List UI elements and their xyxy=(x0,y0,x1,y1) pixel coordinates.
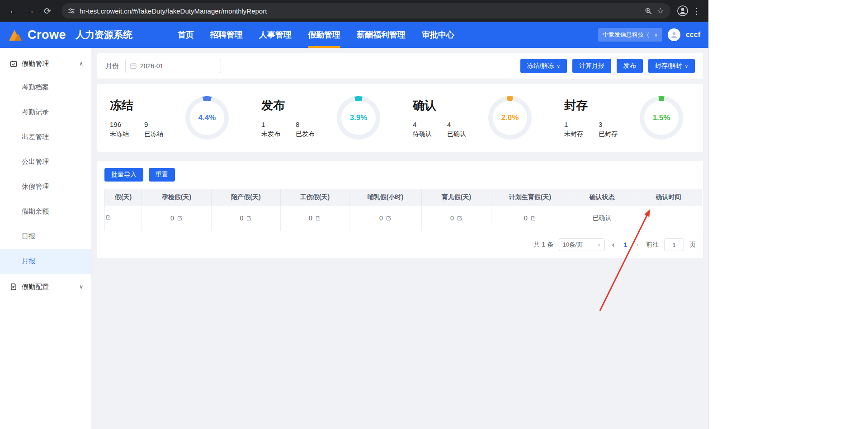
chevron-down-icon: ∨ xyxy=(79,284,83,290)
company-select[interactable]: 中竞发信息科技（ ∨ xyxy=(598,28,662,42)
header-right-controls: 中竞发信息科技（ ∨ cccf xyxy=(598,28,700,42)
browser-menu-icon[interactable]: ⋮ xyxy=(690,6,703,16)
report-table-panel: 批量导入 重置 假(天) 孕检假(天) 陪产假(天) 工伤假(天) xyxy=(97,161,703,258)
nav-item-personnel[interactable]: 人事管理 xyxy=(259,22,292,48)
address-bar[interactable]: hr-test.croweit.cn/#/fakeDuty/fakeDutyMa… xyxy=(61,3,670,19)
sidebar-item-public-outing[interactable]: 公出管理 xyxy=(0,149,91,174)
stat-value: 9 xyxy=(144,121,163,128)
col-parental-leave: 育儿假(天) xyxy=(422,189,491,205)
company-select-value: 中竞发信息科技（ xyxy=(603,31,650,39)
edit-icon[interactable] xyxy=(246,215,252,221)
page-size-value: 10条/页 xyxy=(563,241,583,249)
table-header-row: 假(天) 孕检假(天) 陪产假(天) 工伤假(天) 哺乳假(小时) 育儿假(天)… xyxy=(105,189,702,205)
user-avatar[interactable] xyxy=(668,28,680,41)
stat-frozen: 冻结 196未冻结 9已冻结 4.4% xyxy=(97,96,249,140)
app-body: 假勤管理 ∧ 考勤档案 考勤记录 出差管理 公出管理 休假管理 假期余额 日报 … xyxy=(0,48,708,429)
sidebar-item-business-trip[interactable]: 出差管理 xyxy=(0,125,91,149)
col-confirm-time: 确认时间 xyxy=(635,189,702,205)
stat-title: 确认 xyxy=(413,98,466,113)
col-family-planning-leave: 计划生育假(天) xyxy=(491,189,569,205)
freeze-unfreeze-button[interactable]: 冻结/解冻 ∨ xyxy=(520,59,567,73)
browser-profile-icon[interactable] xyxy=(677,5,689,17)
nav-item-compensation[interactable]: 薪酬福利管理 xyxy=(357,22,406,48)
frozen-donut-chart: 4.4% xyxy=(185,96,229,140)
stat-value: 196 xyxy=(110,121,129,128)
month-label: 月份 xyxy=(105,62,119,70)
page-size-select[interactable]: 10条/页 ∨ xyxy=(559,238,605,251)
goto-page-input[interactable] xyxy=(664,238,684,251)
cell-family-planning-leave: 0 xyxy=(491,205,569,231)
chevron-down-icon: ∨ xyxy=(654,32,658,38)
stat-label: 已冻结 xyxy=(144,130,163,138)
nav-item-attendance[interactable]: 假勤管理 xyxy=(308,22,340,48)
browser-reload-button[interactable]: ⟳ xyxy=(40,3,55,19)
calendar-check-icon xyxy=(10,60,17,67)
nav-item-recruit[interactable]: 招聘管理 xyxy=(210,22,243,48)
col-paternity-leave: 陪产假(天) xyxy=(212,189,281,205)
chevron-down-icon: ∨ xyxy=(557,64,560,69)
chevron-down-icon: ∨ xyxy=(597,242,601,248)
goto-label: 前往 xyxy=(646,241,659,249)
sidebar-group-attendance[interactable]: 假勤管理 ∧ xyxy=(0,52,91,75)
goto-unit-label: 页 xyxy=(689,241,696,249)
col-nursing-leave: 哺乳假(小时) xyxy=(349,189,422,205)
archive-unarchive-button[interactable]: 封存/解封 ∨ xyxy=(648,59,695,73)
stat-confirmed: 确认 4待确认 4已确认 2.0% xyxy=(400,96,552,140)
nav-item-approval[interactable]: 审批中心 xyxy=(422,22,454,48)
col-work-injury-leave: 工伤假(天) xyxy=(281,189,349,205)
sidebar-item-attendance-records[interactable]: 考勤记录 xyxy=(0,100,91,125)
stat-label: 未封存 xyxy=(564,130,583,138)
table-row: 0 0 0 0 0 0 已确认 xyxy=(105,205,702,231)
published-donut-chart: 3.9% xyxy=(337,96,380,140)
edit-icon[interactable] xyxy=(457,215,462,221)
sidebar-group-label: 假勤配置 xyxy=(22,283,49,291)
document-config-icon xyxy=(10,283,17,290)
sidebar-item-monthly-report[interactable]: 月报 xyxy=(0,249,91,274)
nav-item-home[interactable]: 首页 xyxy=(178,22,194,48)
prev-page-button[interactable]: ‹ xyxy=(610,240,617,249)
bookmark-star-icon[interactable]: ☆ xyxy=(657,6,664,16)
browser-back-button[interactable]: ← xyxy=(5,3,21,19)
month-input[interactable] xyxy=(140,62,216,70)
browser-forward-button[interactable]: → xyxy=(23,3,38,19)
col-confirm-status: 确认状态 xyxy=(569,189,635,205)
month-picker[interactable] xyxy=(125,59,221,73)
zoom-icon[interactable] xyxy=(645,7,652,15)
stat-value: 4 xyxy=(447,121,466,128)
cell-confirm-time xyxy=(635,205,702,231)
stat-label: 已确认 xyxy=(447,130,466,138)
browser-toolbar: ← → ⟳ hr-test.croweit.cn/#/fakeDuty/fake… xyxy=(0,0,708,22)
calc-monthly-report-button[interactable]: 计算月报 xyxy=(572,59,611,73)
cell-work-injury-leave: 0 xyxy=(281,205,349,231)
main-content: 月份 冻结/解冻 xyxy=(92,48,708,429)
pagination: 共 1 条 10条/页 ∨ ‹ 1 › 前往 页 xyxy=(104,238,696,251)
filter-actions: 冻结/解冻 ∨ 计算月报 发布 封存/解封 ∨ xyxy=(520,59,695,73)
publish-button[interactable]: 发布 xyxy=(617,59,643,73)
total-count-label: 共 1 条 xyxy=(533,241,553,249)
batch-import-button[interactable]: 批量导入 xyxy=(104,168,143,182)
reset-button[interactable]: 重置 xyxy=(149,168,175,182)
stat-archived: 封存 1未封存 3已封存 1.5% xyxy=(552,96,703,140)
username-label[interactable]: cccf xyxy=(686,31,700,39)
edit-icon[interactable] xyxy=(530,215,536,221)
sidebar-item-attendance-archive[interactable]: 考勤档案 xyxy=(0,75,91,100)
sidebar-group-attendance-config[interactable]: 假勤配置 ∨ xyxy=(0,275,91,298)
next-page-button[interactable]: › xyxy=(634,240,641,249)
sidebar-item-leave-balance[interactable]: 假期余额 xyxy=(0,199,91,224)
sidebar-group-label: 假勤管理 xyxy=(22,60,49,68)
url-text: hr-test.croweit.cn/#/fakeDuty/fakeDutyMa… xyxy=(80,7,640,15)
stat-label: 未发布 xyxy=(261,130,280,138)
cell-confirm-status: 已确认 xyxy=(569,205,635,231)
sidebar-item-leave-management[interactable]: 休假管理 xyxy=(0,174,91,199)
edit-icon[interactable] xyxy=(386,215,392,221)
col-prenatal-checkup-leave: 孕检假(天) xyxy=(142,189,212,205)
app-title: 人力资源系统 xyxy=(75,28,132,41)
edit-icon[interactable] xyxy=(315,215,321,221)
site-settings-icon[interactable] xyxy=(68,7,75,14)
edit-icon[interactable] xyxy=(177,215,183,221)
current-page-button[interactable]: 1 xyxy=(622,241,629,248)
edit-icon[interactable] xyxy=(105,214,111,220)
calendar-icon xyxy=(130,63,137,69)
stat-label: 已封存 xyxy=(599,130,618,138)
sidebar-item-daily-report[interactable]: 日报 xyxy=(0,224,91,249)
